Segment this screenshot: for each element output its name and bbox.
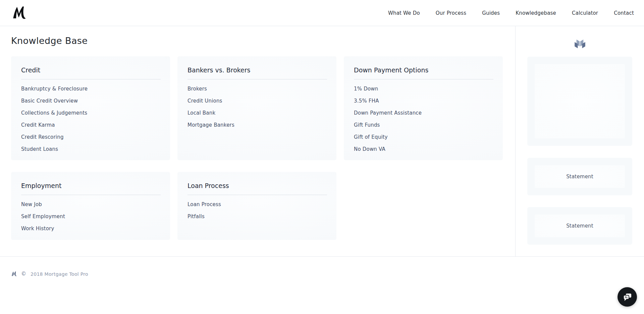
category-title: Employment (21, 182, 161, 189)
m-monogram-logo-icon (11, 5, 26, 21)
article-link[interactable]: Self Employment (21, 210, 161, 223)
open-book-icon (573, 40, 587, 49)
category-card: Down Payment Options 1% Down 3.5% FHA Do… (344, 56, 503, 160)
category-title: Down Payment Options (354, 66, 493, 74)
category-divider (187, 79, 327, 79)
footer-copyright-text: 2018 Mortgage Tool Pro (31, 271, 88, 277)
chat-launcher-button[interactable] (618, 287, 637, 307)
sidebar-card-label: Statement (535, 165, 625, 188)
article-link[interactable]: Basic Credit Overview (21, 95, 161, 107)
sidebar-card[interactable] (527, 57, 632, 146)
article-link[interactable]: Credit Unions (187, 95, 327, 107)
sidebar-card[interactable]: Statement (527, 158, 632, 195)
footer-m-monogram-icon (11, 271, 17, 277)
article-link[interactable]: Gift Funds (354, 119, 493, 131)
main-nav: What We Do Our Process Guides Knowledgeb… (388, 10, 634, 16)
article-link[interactable]: Down Payment Assistance (354, 107, 493, 119)
footer: © 2018 Mortgage Tool Pro (0, 257, 644, 314)
brand-logo-link[interactable] (11, 5, 26, 21)
sidebar-card-label (535, 64, 625, 138)
nav-link-guides[interactable]: Guides (482, 10, 500, 16)
category-card-grid: Credit Bankruptcy & Foreclosure Basic Cr… (11, 56, 504, 240)
category-link-list: Brokers Credit Unions Local Bank Mortgag… (187, 83, 327, 131)
article-link[interactable]: Student Loans (21, 143, 161, 155)
category-link-list: Loan Process Pitfalls (187, 198, 327, 223)
page-title: Knowledge Base (11, 36, 515, 45)
nav-link-contact[interactable]: Contact (614, 10, 634, 16)
article-link[interactable]: Local Bank (187, 107, 327, 119)
article-link[interactable]: Pitfalls (187, 210, 327, 223)
article-link[interactable]: Credit Karma (21, 119, 161, 131)
nav-link-calculator[interactable]: Calculator (572, 10, 598, 16)
article-link[interactable]: Bankruptcy & Foreclosure (21, 83, 161, 95)
article-link[interactable]: 3.5% FHA (354, 95, 493, 107)
sidebar: Statement Statement (516, 26, 644, 256)
category-card: Credit Bankruptcy & Foreclosure Basic Cr… (11, 56, 170, 160)
article-link[interactable]: Credit Rescoring (21, 131, 161, 143)
article-link[interactable]: 1% Down (354, 83, 493, 95)
copyright-symbol: © (21, 271, 26, 276)
category-link-list: Bankruptcy & Foreclosure Basic Credit Ov… (21, 83, 161, 155)
category-card: Bankers vs. Brokers Brokers Credit Union… (177, 56, 336, 160)
article-link[interactable]: Brokers (187, 83, 327, 95)
category-title: Bankers vs. Brokers (187, 66, 327, 74)
category-title: Loan Process (187, 182, 327, 189)
category-divider (21, 195, 161, 195)
knowledgebase-main: Knowledge Base Credit Bankruptcy & Forec… (0, 26, 516, 256)
nav-link-knowledgebase[interactable]: Knowledgebase (516, 10, 556, 16)
category-card: Employment New Job Self Employment Work … (11, 172, 170, 240)
article-link[interactable]: Work History (21, 223, 161, 235)
article-link[interactable]: New Job (21, 198, 161, 210)
article-link[interactable]: Gift of Equity (354, 131, 493, 143)
category-link-list: New Job Self Employment Work History (21, 198, 161, 235)
nav-link-what-we-do[interactable]: What We Do (388, 10, 420, 16)
article-link[interactable]: Mortgage Bankers (187, 119, 327, 131)
article-link[interactable]: Collections & Judgements (21, 107, 161, 119)
category-link-list: 1% Down 3.5% FHA Down Payment Assistance… (354, 83, 493, 155)
category-divider (354, 79, 493, 79)
category-card: Loan Process Loan Process Pitfalls (177, 172, 336, 240)
category-title: Credit (21, 66, 161, 74)
content-area: Knowledge Base Credit Bankruptcy & Forec… (0, 26, 644, 257)
article-link[interactable]: Loan Process (187, 198, 327, 210)
category-divider (21, 79, 161, 79)
header: What We Do Our Process Guides Knowledgeb… (0, 0, 644, 26)
sidebar-card[interactable]: Statement (527, 207, 632, 245)
chat-bubbles-icon (622, 292, 633, 302)
article-link[interactable]: No Down VA (354, 143, 493, 155)
category-divider (187, 195, 327, 195)
sidebar-card-label: Statement (535, 214, 625, 237)
nav-link-our-process[interactable]: Our Process (436, 10, 466, 16)
